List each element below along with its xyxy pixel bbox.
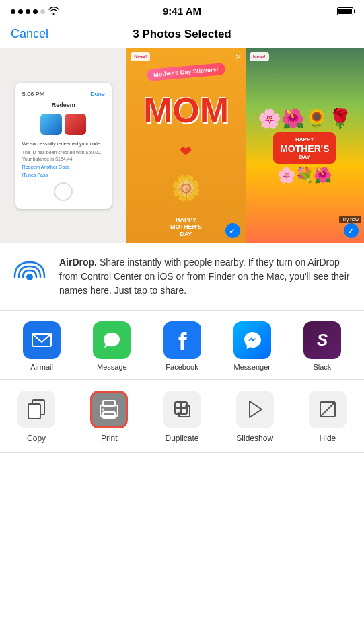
signal-dots [11, 9, 45, 14]
svg-point-0 [26, 274, 33, 280]
hide-label: Hide [320, 434, 336, 443]
wifi-icon [48, 6, 59, 17]
print-label: Print [101, 434, 118, 443]
facebook-icon [163, 321, 201, 359]
message-icon [93, 321, 131, 359]
battery-icon [337, 7, 353, 15]
message-label: Message [97, 363, 127, 371]
airdrop-body: Share instantly with people nearby. If t… [59, 257, 349, 296]
airdrop-section: AirDrop. Share instantly with people nea… [0, 243, 364, 311]
share-slack[interactable]: S Slack [287, 321, 357, 371]
copy-icon [17, 391, 55, 428]
status-time: 9:41 AM [163, 5, 201, 17]
slideshow-label: Slideshow [236, 434, 273, 443]
daisy-flower: 🌼 [171, 174, 201, 202]
share-messenger[interactable]: Messenger [217, 321, 287, 371]
flowers-top: 🌸🌺🌻🌹 [258, 108, 352, 130]
action-hide[interactable]: Hide [291, 391, 364, 452]
airmail-label: Airmail [30, 363, 53, 371]
actions-row: Copy Print Duplicate [0, 380, 364, 453]
airdrop-description: AirDrop. Share instantly with people nea… [59, 255, 353, 298]
share-airmail[interactable]: Airmail [7, 321, 77, 371]
facebook-label: Facebook [166, 363, 198, 371]
photos-row: 5:06 PM Done Redeem We successfully rede… [0, 48, 364, 243]
nav-bar: Cancel 3 Photos Selected [0, 22, 364, 48]
svg-line-13 [320, 402, 335, 417]
try-now-badge: Try now [339, 216, 361, 223]
messenger-icon [233, 321, 271, 359]
action-copy[interactable]: Copy [0, 391, 73, 452]
svg-rect-3 [28, 404, 40, 419]
heart-icon: ❤ [180, 143, 192, 161]
photo-2-checkmark: ✓ [225, 223, 240, 238]
airmail-icon [23, 321, 61, 359]
status-bar: 9:41 AM [0, 0, 364, 22]
sticker-text: Mother's Day Stickers! [147, 63, 226, 81]
slack-label: Slack [313, 363, 331, 371]
photo1-footer: iTunes Pass [22, 172, 105, 178]
svg-point-7 [102, 409, 104, 411]
status-right [337, 7, 353, 15]
mothers-day-sign: HAPPY MOTHER'S DAY [273, 132, 336, 164]
instagram-badge-3: New! [250, 52, 269, 61]
status-left [11, 6, 59, 17]
flowers-bottom: 🌸💐🌺 [277, 167, 332, 184]
photo-3[interactable]: New! 🌸🌺🌻🌹 HAPPY MOTHER'S DAY Try now 🌸💐🌺… [246, 48, 364, 243]
action-print[interactable]: Print [73, 391, 145, 452]
duplicate-icon [163, 391, 201, 428]
action-duplicate[interactable]: Duplicate [145, 391, 218, 452]
messenger-label: Messenger [234, 363, 270, 371]
page-title: 3 Photos Selected [133, 28, 231, 41]
photo1-subtext: The ID has been credited with $50.00. Yo… [22, 149, 105, 161]
print-icon [90, 391, 128, 428]
slack-icon: S [303, 321, 341, 359]
happy-mothers-text: HAPPYMOTHER'SDAY [170, 216, 202, 238]
photo1-link: Redeem Another Code [22, 165, 105, 169]
close-icon-2: ✕ [235, 52, 242, 62]
svg-rect-6 [103, 412, 115, 418]
copy-label: Copy [27, 434, 46, 443]
airdrop-icon [11, 258, 48, 296]
svg-marker-11 [250, 401, 262, 417]
apple-icon-2 [65, 114, 86, 135]
photo-2[interactable]: New! ✕ Mother's Day Stickers! MOM ❤ 🌼 HA… [126, 48, 245, 243]
apple-icon-1 [40, 114, 62, 135]
share-facebook[interactable]: Facebook [147, 321, 217, 371]
slideshow-icon [236, 391, 274, 428]
photo1-circle [54, 182, 73, 201]
share-message[interactable]: Message [77, 321, 147, 371]
photo-1[interactable]: 5:06 PM Done Redeem We successfully rede… [0, 48, 126, 243]
duplicate-label: Duplicate [165, 434, 198, 443]
cancel-button[interactable]: Cancel [11, 27, 48, 41]
photo1-label: Redeem [22, 102, 105, 108]
hide-icon [309, 391, 347, 428]
airdrop-title: AirDrop. [59, 257, 97, 268]
photo1-text: We successfully redeemed your code. [22, 140, 105, 147]
action-slideshow[interactable]: Slideshow [219, 391, 291, 452]
mom-text: MOM [143, 93, 229, 128]
photo-3-checkmark: ✓ [344, 223, 359, 238]
instagram-badge-2: New! [131, 52, 150, 61]
share-apps-row: Airmail Message Facebook Messenger [0, 311, 364, 380]
